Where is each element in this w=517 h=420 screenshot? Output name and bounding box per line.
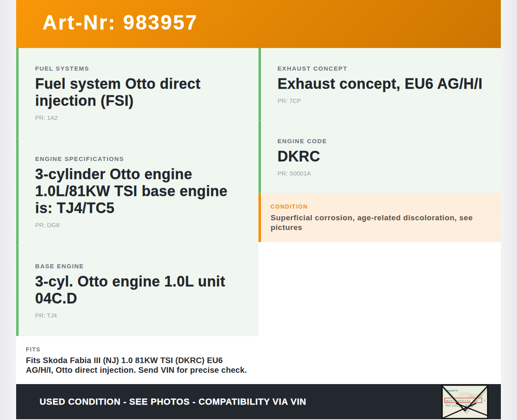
svg-text:7: 7 <box>483 399 485 403</box>
